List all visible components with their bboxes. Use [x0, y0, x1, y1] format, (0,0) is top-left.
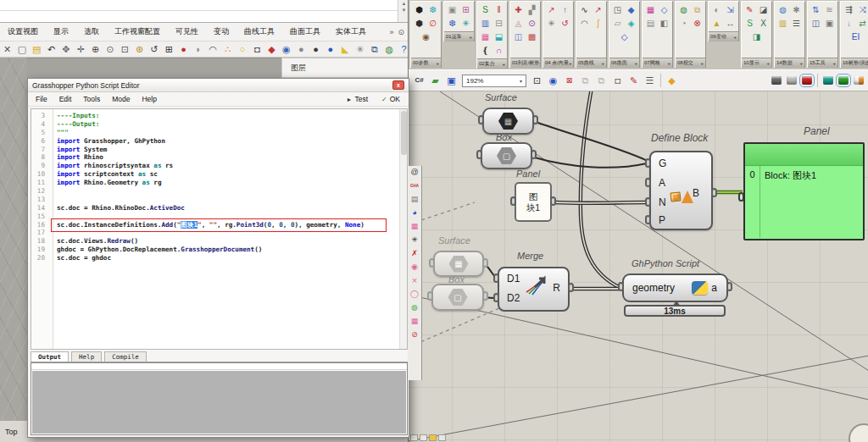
rhino-tool-icon-3[interactable]: ↶	[46, 43, 57, 56]
palette-component-icon[interactable]: ⊙	[526, 17, 538, 30]
palette-component-icon[interactable]: ❆	[446, 17, 459, 30]
output-nub[interactable]	[568, 283, 574, 292]
input-nub[interactable]	[493, 293, 499, 302]
palette-component-icon[interactable]: ▥	[479, 17, 492, 30]
palette-component-icon[interactable]: ◇	[618, 30, 631, 43]
rhino-menu-tab[interactable]: 变动	[206, 23, 236, 41]
canvas-corner-toolbar[interactable]	[410, 434, 446, 441]
rhino-tool-icon-9[interactable]: ⊛	[134, 43, 145, 56]
editor-menu-mode[interactable]: Mode	[112, 95, 130, 103]
code-scrollbar[interactable]	[399, 109, 407, 349]
palette-component-icon[interactable]: ◫	[512, 30, 525, 43]
paste-doc-icon[interactable]: ⧉	[596, 75, 607, 86]
palette-component-icon[interactable]: ⬓	[492, 30, 505, 43]
input-nub[interactable]	[645, 197, 651, 207]
zoom-extents-icon[interactable]: ⊡	[531, 75, 542, 86]
side-strip-icon-0[interactable]: @	[409, 168, 420, 177]
palette-component-icon[interactable]: ▱	[611, 17, 624, 30]
palette-tab[interactable]: 06曲面+	[609, 58, 639, 68]
rhino-tool-icon-19[interactable]: ◉	[281, 43, 292, 56]
rhino-tool-icon-23[interactable]: ◣	[340, 43, 351, 56]
rhino-tool-icon-14[interactable]: ◠	[208, 43, 219, 56]
test-button[interactable]: ►Test	[346, 95, 368, 103]
output-nub[interactable]	[531, 150, 537, 159]
editor-menu-edit[interactable]: Edit	[59, 95, 72, 103]
palette-tab[interactable]: 03列表/树形+	[510, 58, 540, 68]
rhino-menu-tab[interactable]: 选取	[76, 23, 107, 41]
console-tab-compile[interactable]: Compile	[104, 351, 147, 362]
palette-component-icon[interactable]: ◍	[677, 3, 690, 16]
paint-lamp-icon[interactable]: ◆	[666, 75, 677, 86]
input-nub[interactable]	[493, 273, 499, 283]
rhino-tool-icon-4[interactable]: ✥	[60, 43, 71, 56]
rhino-menu-tab[interactable]: 工作视窗配置	[107, 23, 168, 41]
console-tab-output[interactable]: Output	[31, 351, 69, 362]
palette-component-icon[interactable]: X	[757, 17, 770, 30]
palette-component-icon[interactable]: ◇	[658, 3, 670, 16]
palette-component-icon[interactable]: ⊗	[691, 17, 704, 30]
open-file-icon[interactable]: ▰	[430, 75, 441, 86]
palette-component-icon[interactable]: ▲	[710, 17, 723, 30]
output-nub[interactable]	[482, 258, 488, 268]
palette-tab-add-icon[interactable]: +	[601, 61, 604, 66]
viewport-left-sliver[interactable]	[0, 58, 27, 421]
lock-icon[interactable]: ◘	[612, 75, 623, 86]
palette-component-icon[interactable]: ⊟	[492, 17, 505, 30]
merge-output-r[interactable]: R	[553, 282, 560, 294]
corner-tool-icon[interactable]	[410, 434, 418, 441]
palette-component-icon[interactable]: ✎	[743, 3, 756, 16]
input-nub[interactable]	[429, 258, 435, 268]
rhino-tool-icon-2[interactable]: ▤	[31, 43, 42, 56]
viewport-tab-top[interactable]: Top	[5, 428, 18, 436]
surface-low-component[interactable]: ▦	[433, 251, 484, 277]
rhino-tool-icon-5[interactable]: ✛	[75, 43, 86, 56]
palette-component-icon[interactable]: ⬢	[413, 17, 426, 30]
palette-component-icon[interactable]: ▣	[823, 17, 836, 30]
output-nub[interactable]	[726, 282, 732, 291]
palette-tab[interactable]: 16树形/演进+	[841, 58, 868, 68]
palette-component-icon[interactable]: ❴	[479, 44, 492, 57]
rhino-tool-icon-0[interactable]: ✕	[2, 43, 13, 56]
palette-component-icon[interactable]: ∩	[492, 44, 505, 57]
rhino-tool-icon-25[interactable]: ⧉	[369, 43, 380, 56]
palette-component-icon[interactable]: ⇅	[810, 3, 822, 16]
corner-tool-icon[interactable]	[420, 434, 427, 441]
rhino-tool-icon-15[interactable]: ∴	[222, 43, 233, 56]
rhino-tool-icon-1[interactable]: ▢	[16, 43, 27, 56]
palette-tab-add-icon[interactable]: +	[766, 61, 770, 66]
merge-input-d2[interactable]: D2	[507, 292, 520, 304]
side-strip-icon-6[interactable]: ✗	[409, 249, 420, 258]
merge-component[interactable]: D1 D2 R	[498, 267, 570, 312]
rhino-tool-icon-13[interactable]: ◗	[192, 43, 203, 56]
input-nub[interactable]	[645, 178, 651, 187]
output-panel-component[interactable]: 0 Block: 图块1	[743, 142, 865, 240]
side-strip-icon-9[interactable]: ◯	[409, 290, 420, 299]
side-strip-icon-2[interactable]: ▤	[409, 195, 420, 204]
input-nub[interactable]	[476, 150, 482, 159]
palette-tab-add-icon[interactable]: +	[667, 61, 670, 66]
gear-icon[interactable]: ⊙	[398, 28, 404, 36]
palette-component-icon[interactable]: ◉	[420, 30, 432, 43]
input-nub[interactable]	[427, 291, 433, 301]
block-name-panel[interactable]: 图 块1	[515, 182, 552, 222]
palette-tab[interactable]: 07网格+	[643, 58, 672, 68]
palette-tab[interactable]: 10显示+	[742, 58, 771, 68]
rhino-tool-icon-11[interactable]: ⊞	[164, 43, 175, 56]
palette-component-icon[interactable]: ⇄	[856, 17, 868, 30]
rhino-tool-icon-6[interactable]: ⊕	[90, 43, 101, 56]
surface-param-component[interactable]: ▦	[482, 108, 534, 135]
palette-tab-add-icon[interactable]: +	[539, 61, 540, 66]
palette-tab-add-icon[interactable]: +	[634, 61, 637, 66]
palette-component-icon[interactable]: ∿	[578, 3, 591, 16]
editor-menu-file[interactable]: File	[36, 95, 47, 103]
palette-component-icon[interactable]: ∅	[426, 17, 439, 30]
palette-component-icon[interactable]: ◍	[776, 3, 789, 16]
ghpython-input-geometry[interactable]: geometry	[632, 282, 675, 294]
palette-tab[interactable]: 09变动+	[709, 31, 738, 41]
palette-component-icon[interactable]: ◨	[750, 30, 763, 43]
palette-component-icon[interactable]: ◳	[611, 3, 624, 16]
rhino-tool-icon-18[interactable]: ◆	[266, 43, 277, 56]
editor-menu-tools[interactable]: Tools	[83, 95, 100, 103]
rhino-tool-icon-24[interactable]: ✳	[354, 43, 365, 56]
side-strip-icon-10[interactable]: ◍	[409, 303, 420, 312]
